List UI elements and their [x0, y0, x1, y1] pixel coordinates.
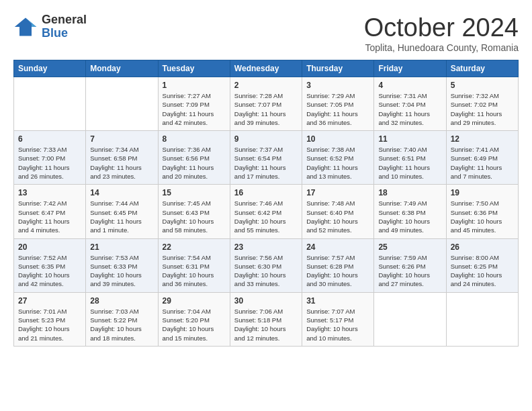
- calendar-cell: 20Sunrise: 7:52 AMSunset: 6:35 PMDayligh…: [14, 238, 86, 292]
- calendar-cell: 27Sunrise: 7:01 AMSunset: 5:23 PMDayligh…: [14, 292, 86, 346]
- day-number: 17: [306, 188, 369, 197]
- day-info: Sunrise: 7:56 AMSunset: 6:30 PMDaylight:…: [234, 253, 298, 289]
- calendar-cell: 25Sunrise: 7:59 AMSunset: 6:26 PMDayligh…: [374, 238, 446, 292]
- day-number: 28: [90, 296, 153, 306]
- day-info: Sunrise: 7:28 AMSunset: 7:07 PMDaylight:…: [234, 91, 298, 127]
- calendar-cell: 12Sunrise: 7:41 AMSunset: 6:49 PMDayligh…: [446, 131, 518, 185]
- calendar-cell: 22Sunrise: 7:54 AMSunset: 6:31 PMDayligh…: [158, 238, 230, 292]
- calendar-cell: 10Sunrise: 7:38 AMSunset: 6:52 PMDayligh…: [302, 131, 374, 185]
- calendar-cell: [446, 292, 518, 346]
- calendar-cell: 26Sunrise: 8:00 AMSunset: 6:25 PMDayligh…: [446, 238, 518, 292]
- day-number: 21: [90, 242, 153, 252]
- calendar-cell: 18Sunrise: 7:49 AMSunset: 6:38 PMDayligh…: [374, 185, 446, 238]
- calendar-cell: 29Sunrise: 7:04 AMSunset: 5:20 PMDayligh…: [158, 292, 230, 346]
- logo-icon: [13, 15, 38, 39]
- day-info: Sunrise: 7:48 AMSunset: 6:40 PMDaylight:…: [306, 199, 369, 234]
- calendar-cell: 6Sunrise: 7:33 AMSunset: 7:00 PMDaylight…: [14, 131, 86, 185]
- calendar-cell: 15Sunrise: 7:45 AMSunset: 6:43 PMDayligh…: [158, 185, 230, 238]
- day-number: 24: [306, 242, 369, 252]
- calendar-cell: 3Sunrise: 7:29 AMSunset: 7:05 PMDaylight…: [302, 77, 374, 131]
- day-info: Sunrise: 7:07 AMSunset: 5:17 PMDaylight:…: [306, 307, 369, 342]
- title-block: October 2024 Toplita, Hunedoara County, …: [364, 13, 519, 53]
- day-info: Sunrise: 7:33 AMSunset: 7:00 PMDaylight:…: [18, 145, 81, 181]
- logo-general: General: [42, 13, 87, 27]
- day-info: Sunrise: 7:27 AMSunset: 7:09 PMDaylight:…: [163, 91, 226, 127]
- calendar-week-2: 6Sunrise: 7:33 AMSunset: 7:00 PMDaylight…: [14, 131, 519, 185]
- day-info: Sunrise: 7:44 AMSunset: 6:45 PMDaylight:…: [90, 199, 153, 234]
- day-info: Sunrise: 7:37 AMSunset: 6:54 PMDaylight:…: [234, 145, 298, 181]
- calendar-cell: [14, 77, 86, 131]
- day-number: 31: [306, 296, 369, 306]
- day-number: 15: [163, 188, 226, 197]
- calendar-table: Sunday Monday Tuesday Wednesday Thursday…: [13, 60, 519, 347]
- day-number: 4: [378, 81, 441, 90]
- calendar-body: 1Sunrise: 7:27 AMSunset: 7:09 PMDaylight…: [14, 77, 519, 347]
- calendar-cell: [86, 77, 158, 131]
- col-saturday: Saturday: [446, 60, 518, 77]
- day-info: Sunrise: 8:00 AMSunset: 6:25 PMDaylight:…: [451, 253, 514, 289]
- day-number: 6: [18, 134, 81, 144]
- calendar-cell: 11Sunrise: 7:40 AMSunset: 6:51 PMDayligh…: [374, 131, 446, 185]
- day-number: 14: [90, 188, 153, 197]
- calendar-cell: [374, 292, 446, 346]
- day-info: Sunrise: 7:57 AMSunset: 6:28 PMDaylight:…: [306, 253, 369, 289]
- day-number: 9: [234, 134, 298, 144]
- day-number: 8: [163, 134, 226, 144]
- col-friday: Friday: [374, 60, 446, 77]
- day-info: Sunrise: 7:03 AMSunset: 5:22 PMDaylight:…: [90, 307, 153, 342]
- calendar-cell: 4Sunrise: 7:31 AMSunset: 7:04 PMDaylight…: [374, 77, 446, 131]
- col-monday: Monday: [86, 60, 158, 77]
- day-info: Sunrise: 7:34 AMSunset: 6:58 PMDaylight:…: [90, 145, 153, 181]
- calendar-cell: 1Sunrise: 7:27 AMSunset: 7:09 PMDaylight…: [158, 77, 230, 131]
- day-info: Sunrise: 7:46 AMSunset: 6:42 PMDaylight:…: [234, 199, 298, 234]
- calendar-cell: 13Sunrise: 7:42 AMSunset: 6:47 PMDayligh…: [14, 185, 86, 238]
- logo-blue: Blue: [42, 27, 87, 40]
- day-number: 3: [306, 81, 369, 90]
- calendar-cell: 30Sunrise: 7:06 AMSunset: 5:18 PMDayligh…: [230, 292, 302, 346]
- day-info: Sunrise: 7:31 AMSunset: 7:04 PMDaylight:…: [378, 91, 441, 127]
- day-info: Sunrise: 7:01 AMSunset: 5:23 PMDaylight:…: [18, 307, 81, 342]
- day-number: 10: [306, 134, 369, 144]
- calendar-header: Sunday Monday Tuesday Wednesday Thursday…: [14, 60, 519, 77]
- calendar-cell: 19Sunrise: 7:50 AMSunset: 6:36 PMDayligh…: [446, 185, 518, 238]
- day-number: 25: [378, 242, 441, 252]
- day-info: Sunrise: 7:45 AMSunset: 6:43 PMDaylight:…: [163, 199, 226, 234]
- page-header: General Blue October 2024 Toplita, Huned…: [13, 13, 519, 53]
- calendar-cell: 23Sunrise: 7:56 AMSunset: 6:30 PMDayligh…: [230, 238, 302, 292]
- col-wednesday: Wednesday: [230, 60, 302, 77]
- day-number: 12: [451, 134, 514, 144]
- day-number: 5: [451, 81, 514, 90]
- day-number: 22: [163, 242, 226, 252]
- month-title: October 2024: [364, 13, 519, 42]
- day-info: Sunrise: 7:52 AMSunset: 6:35 PMDaylight:…: [18, 253, 81, 289]
- day-number: 29: [163, 296, 226, 306]
- day-info: Sunrise: 7:41 AMSunset: 6:49 PMDaylight:…: [451, 145, 514, 181]
- day-number: 20: [18, 242, 81, 252]
- day-info: Sunrise: 7:40 AMSunset: 6:51 PMDaylight:…: [378, 145, 441, 181]
- calendar-cell: 16Sunrise: 7:46 AMSunset: 6:42 PMDayligh…: [230, 185, 302, 238]
- day-number: 16: [234, 188, 298, 197]
- calendar-cell: 7Sunrise: 7:34 AMSunset: 6:58 PMDaylight…: [86, 131, 158, 185]
- logo: General Blue: [13, 13, 87, 40]
- day-number: 23: [234, 242, 298, 252]
- day-number: 1: [163, 81, 226, 90]
- col-sunday: Sunday: [14, 60, 86, 77]
- day-info: Sunrise: 7:42 AMSunset: 6:47 PMDaylight:…: [18, 199, 81, 234]
- day-info: Sunrise: 7:38 AMSunset: 6:52 PMDaylight:…: [306, 145, 369, 181]
- calendar-cell: 2Sunrise: 7:28 AMSunset: 7:07 PMDaylight…: [230, 77, 302, 131]
- day-info: Sunrise: 7:04 AMSunset: 5:20 PMDaylight:…: [163, 307, 226, 342]
- day-number: 19: [451, 188, 514, 197]
- logo-text: General Blue: [42, 13, 87, 40]
- calendar-cell: 14Sunrise: 7:44 AMSunset: 6:45 PMDayligh…: [86, 185, 158, 238]
- day-info: Sunrise: 7:53 AMSunset: 6:33 PMDaylight:…: [90, 253, 153, 289]
- day-number: 18: [378, 188, 441, 197]
- calendar-cell: 8Sunrise: 7:36 AMSunset: 6:56 PMDaylight…: [158, 131, 230, 185]
- calendar-cell: 24Sunrise: 7:57 AMSunset: 6:28 PMDayligh…: [302, 238, 374, 292]
- calendar-week-3: 13Sunrise: 7:42 AMSunset: 6:47 PMDayligh…: [14, 185, 519, 238]
- col-tuesday: Tuesday: [158, 60, 230, 77]
- header-row: Sunday Monday Tuesday Wednesday Thursday…: [14, 60, 519, 77]
- calendar-week-1: 1Sunrise: 7:27 AMSunset: 7:09 PMDaylight…: [14, 77, 519, 131]
- calendar-cell: 21Sunrise: 7:53 AMSunset: 6:33 PMDayligh…: [86, 238, 158, 292]
- day-number: 11: [378, 134, 441, 144]
- day-info: Sunrise: 7:06 AMSunset: 5:18 PMDaylight:…: [234, 307, 298, 342]
